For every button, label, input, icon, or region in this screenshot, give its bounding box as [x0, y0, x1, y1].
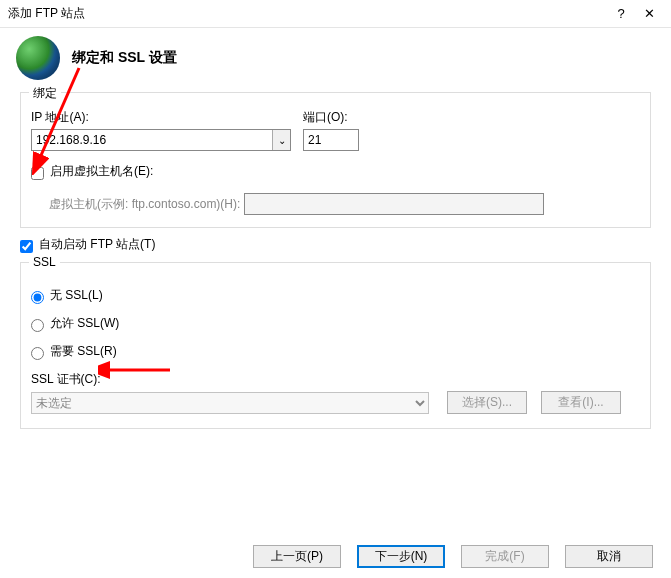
help-button[interactable]: ?: [607, 6, 635, 21]
autostart-checkbox[interactable]: [20, 240, 33, 253]
finish-button: 完成(F): [461, 545, 549, 568]
binding-section: 绑定 IP 地址(A): ⌄ 端口(O): 启用虚拟主机名(E): 虚拟主机(示…: [20, 92, 651, 228]
close-button[interactable]: ✕: [635, 6, 663, 21]
allow-ssl-label[interactable]: 允许 SSL(W): [50, 315, 119, 332]
ip-label: IP 地址(A):: [31, 109, 291, 126]
ip-input[interactable]: [31, 129, 291, 151]
window-title: 添加 FTP 站点: [8, 5, 607, 22]
vhost-input: [244, 193, 544, 215]
cert-select-button: 选择(S)...: [447, 391, 527, 414]
vhost-label: 虚拟主机(示例: ftp.contoso.com)(H):: [49, 197, 240, 211]
cert-select[interactable]: 未选定: [31, 392, 429, 414]
cancel-button[interactable]: 取消: [565, 545, 653, 568]
allow-ssl-radio[interactable]: [31, 319, 44, 332]
chevron-down-icon[interactable]: ⌄: [272, 130, 290, 150]
no-ssl-label[interactable]: 无 SSL(L): [50, 287, 103, 304]
vhost-check-label[interactable]: 启用虚拟主机名(E):: [50, 163, 153, 180]
port-input[interactable]: [303, 129, 359, 151]
prev-button[interactable]: 上一页(P): [253, 545, 341, 568]
ssl-section: SSL 无 SSL(L) 允许 SSL(W) 需要 SSL(R) SSL 证书(…: [20, 262, 651, 429]
titlebar: 添加 FTP 站点 ? ✕: [0, 0, 671, 28]
vhost-checkbox[interactable]: [31, 167, 44, 180]
globe-icon: [16, 36, 60, 80]
no-ssl-radio[interactable]: [31, 291, 44, 304]
require-ssl-label[interactable]: 需要 SSL(R): [50, 343, 117, 360]
dialog-footer: 上一页(P) 下一步(N) 完成(F) 取消: [0, 545, 671, 568]
port-label: 端口(O):: [303, 109, 369, 126]
require-ssl-radio[interactable]: [31, 347, 44, 360]
cert-view-button: 查看(I)...: [541, 391, 621, 414]
cert-label: SSL 证书(C):: [31, 372, 101, 386]
autostart-label[interactable]: 自动启动 FTP 站点(T): [39, 236, 155, 253]
next-button[interactable]: 下一步(N): [357, 545, 445, 568]
binding-section-label: 绑定: [29, 85, 61, 102]
ip-combo[interactable]: ⌄: [31, 129, 291, 151]
page-title: 绑定和 SSL 设置: [72, 49, 177, 67]
dialog-header: 绑定和 SSL 设置: [0, 28, 671, 92]
ssl-section-label: SSL: [29, 255, 60, 269]
